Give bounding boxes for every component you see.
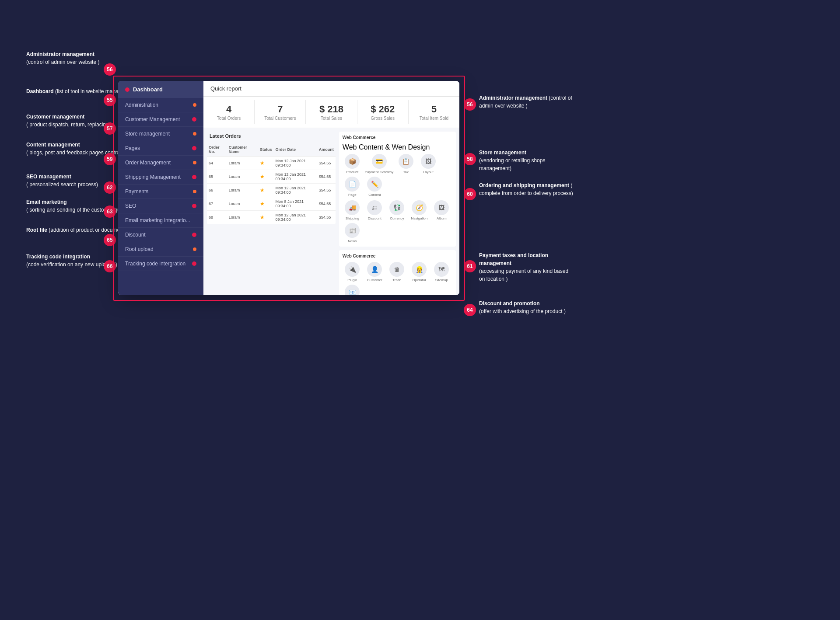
sidebar-item-customer[interactable]: Customer Management: [118, 112, 203, 127]
col-order-date: Order Date: [273, 143, 317, 157]
orders-title: Latest Orders: [207, 132, 336, 140]
sidebar-item-payments-label: Payments: [125, 188, 193, 195]
icon-tax-label: Tax: [403, 170, 409, 174]
sidebar-item-pages[interactable]: Pages: [118, 141, 203, 156]
annotation-discount-right: Discount and promotion (offer with adver…: [479, 300, 566, 315]
sidebar-item-shipping[interactable]: Shippping Management: [118, 170, 203, 185]
cell-customer: Loram: [227, 157, 258, 170]
cell-status: ★: [258, 211, 274, 224]
sidebar-item-root[interactable]: Root upload: [118, 242, 203, 257]
icons-grid-2: 🚚 Shipping 🏷 Discount 💱 Currency 🧭: [343, 200, 452, 243]
annotation-ordering-right: Ordering and shipping management ( compl…: [479, 181, 575, 197]
sidebar-item-email[interactable]: Email marketing integratio...: [118, 213, 203, 228]
icon-shipping[interactable]: 🚚 Shipping: [343, 200, 362, 220]
icon-page-label: Page: [348, 193, 357, 197]
icon-product[interactable]: 📦 Product: [343, 154, 362, 174]
table-row[interactable]: 66 Loram ★ Mon 12 Jan 2021 09:34:00 $54.…: [207, 184, 336, 197]
stat-total-sales-label: Total Sales: [308, 116, 355, 121]
status-star-icon: ★: [260, 174, 265, 180]
web-commerce-section: Web Commerce Web Content & Wen Design 📦 …: [339, 132, 456, 295]
currency-icon: 💱: [389, 200, 404, 215]
sidebar-item-store-label: Store management: [125, 131, 193, 137]
sidebar-item-discount[interactable]: Discount: [118, 228, 203, 242]
col-status: Status: [258, 143, 274, 157]
icon-trash[interactable]: 🗑 Trash: [387, 262, 407, 282]
sidebar-item-seo[interactable]: SEO: [118, 199, 203, 213]
table-row[interactable]: 64 Loram ★ Mon 12 Jan 2021 09:34:00 $54.…: [207, 157, 336, 170]
icon-news[interactable]: 📰 News: [343, 223, 362, 243]
icon-page[interactable]: 📄 Page: [343, 177, 362, 197]
stat-total-sales: $ 218 Total Sales: [306, 100, 357, 124]
cell-status: ★: [258, 157, 274, 170]
status-star-icon: ★: [260, 201, 265, 207]
icon-layout-label: Layout: [423, 170, 434, 174]
table-row[interactable]: 67 Loram ★ Mon 8 Jan 2021 09:34:00 $54.5…: [207, 197, 336, 211]
sidebar-item-shipping-dot: [192, 175, 196, 179]
annotation-payment-right: Payment taxes and location management (a…: [479, 251, 575, 283]
sidebar-item-payments-dot: [193, 190, 196, 193]
badge-61: 61: [464, 260, 476, 272]
cell-date: Mon 12 Jan 2021 09:34:00: [273, 170, 317, 184]
icon-trash-label: Trash: [392, 278, 401, 282]
icon-navigation-label: Navigation: [411, 216, 427, 220]
sidebar-header[interactable]: Dashboard: [118, 81, 203, 98]
icon-sitemap[interactable]: 🗺 Sitemap: [432, 262, 452, 282]
icon-navigation[interactable]: 🧭 Navigation: [410, 200, 429, 220]
cell-date: Mon 12 Jan 2021 09:34:00: [273, 184, 317, 197]
icon-news-label: News: [348, 239, 357, 243]
icon-plugin[interactable]: 🔌 Plugin: [343, 262, 362, 282]
icon-newsletter[interactable]: 📧 Newsletter: [343, 285, 362, 295]
col-order-no: Order No.: [207, 143, 227, 157]
cell-date: Mon 8 Jan 2021 09:34:00: [273, 197, 317, 211]
customer-icon: 👤: [367, 262, 382, 277]
cell-customer: Loram: [227, 184, 258, 197]
sidebar-item-administration[interactable]: Administration: [118, 98, 203, 112]
sidebar-item-tracking-label: Tracking code intergration: [125, 261, 192, 267]
icon-layout[interactable]: 🖼 Layout: [418, 154, 438, 174]
cell-amount: $54.55: [317, 157, 336, 170]
table-row[interactable]: 68 Loram ★ Mon 12 Jan 2021 09:34:00 $54.…: [207, 211, 336, 224]
icon-content-label: Content: [368, 193, 381, 197]
stat-total-orders-label: Total Orders: [205, 116, 252, 121]
icon-discount[interactable]: 🏷 Discount: [365, 200, 385, 220]
badge-62: 62: [104, 181, 116, 194]
cell-status: ★: [258, 184, 274, 197]
icon-album-label: Album: [437, 216, 447, 220]
sidebar-item-customer-label: Customer Management: [125, 116, 192, 122]
plugin-icon: 🔌: [345, 262, 360, 277]
icon-plugin-label: Plugin: [347, 278, 357, 282]
icons-grid-1: 📦 Product 💳 Payment Gateway 📋 Tax �: [343, 154, 452, 197]
sidebar-item-payments[interactable]: Payments: [118, 185, 203, 199]
annotation-seo: SEO management ( personalized search pro…: [26, 173, 98, 188]
sidebar-dot: [125, 87, 130, 92]
cell-customer: Loram: [227, 170, 258, 184]
icon-tax[interactable]: 📋 Tax: [396, 154, 416, 174]
sidebar-item-order[interactable]: Order Management: [118, 156, 203, 170]
icon-currency-label: Currency: [390, 216, 404, 220]
sidebar-item-root-dot: [193, 247, 196, 251]
icon-payment-gateway-label: Payment Gateway: [365, 170, 393, 174]
badge-63: 63: [104, 206, 116, 218]
badge-57: 57: [104, 122, 116, 135]
cell-amount: $54.55: [317, 211, 336, 224]
annotation-store-right: Store management (vendoring or retailing…: [479, 149, 575, 172]
icon-customer[interactable]: 👤 Customer: [365, 262, 385, 282]
tax-icon: 📋: [399, 154, 413, 169]
icon-currency[interactable]: 💱 Currency: [387, 200, 407, 220]
sidebar-item-store[interactable]: Store management: [118, 127, 203, 141]
icon-payment-gateway[interactable]: 💳 Payment Gateway: [365, 154, 393, 174]
badge-56-right: 56: [464, 98, 476, 111]
sidebar-item-tracking[interactable]: Tracking code intergration: [118, 257, 203, 271]
icon-content[interactable]: ✏️ Content: [365, 177, 385, 197]
icon-album[interactable]: 🖼 Album: [432, 200, 452, 220]
icon-operator[interactable]: 👷 Operator: [410, 262, 429, 282]
orders-section: Latest Orders Order No. Customer Name St…: [207, 132, 336, 295]
trash-icon: 🗑: [389, 262, 404, 277]
cell-status: ★: [258, 197, 274, 211]
table-row[interactable]: 65 Loram ★ Mon 12 Jan 2021 09:34:00 $54.…: [207, 170, 336, 184]
web-commerce-1: Web Commerce Web Content & Wen Design 📦 …: [339, 132, 456, 247]
orders-table: Order No. Customer Name Status Order Dat…: [207, 143, 336, 224]
sidebar: Dashboard Administration Customer Manage…: [118, 81, 203, 295]
stat-gross-sales-label: Gross Sales: [359, 116, 406, 121]
badge-55: 55: [104, 94, 116, 106]
